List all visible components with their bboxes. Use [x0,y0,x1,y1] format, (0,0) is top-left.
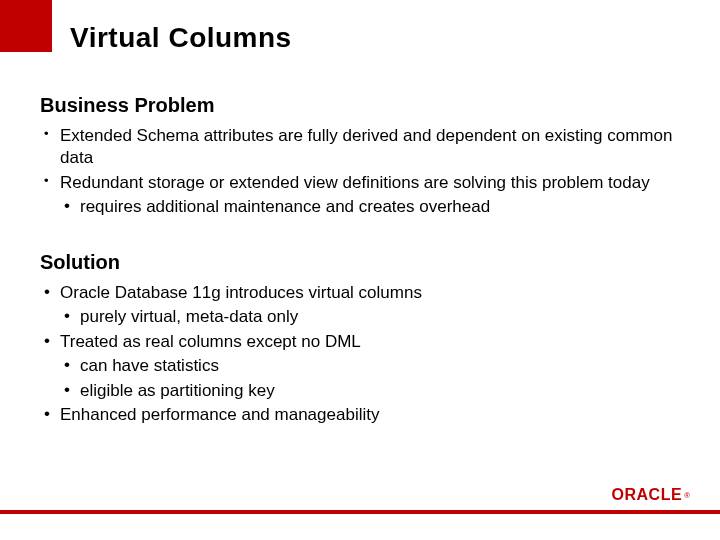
list-subitem: requires additional maintenance and crea… [40,196,680,218]
registered-icon: ® [684,491,690,500]
list-item: Extended Schema attributes are fully der… [40,125,680,170]
section-heading-problem: Business Problem [40,94,680,117]
solution-list: Oracle Database 11g introduces virtual c… [40,282,680,427]
list-subitem: purely virtual, meta-data only [40,306,680,328]
footer-divider [0,510,720,514]
list-item: Treated as real columns except no DML [40,331,680,353]
brand-accent-block [0,0,52,52]
list-subitem: can have statistics [40,355,680,377]
list-item: Enhanced performance and manageability [40,404,680,426]
list-item: Oracle Database 11g introduces virtual c… [40,282,680,304]
slide-title: Virtual Columns [70,22,292,54]
oracle-logo: ORACLE ® [612,486,690,504]
oracle-logo-text: ORACLE [612,486,683,504]
slide-content: Business Problem Extended Schema attribu… [40,90,680,428]
list-item: Redundant storage or extended view defin… [40,172,680,194]
problem-list: Extended Schema attributes are fully der… [40,125,680,219]
list-subitem: eligible as partitioning key [40,380,680,402]
slide: Virtual Columns Business Problem Extende… [0,0,720,540]
section-heading-solution: Solution [40,251,680,274]
